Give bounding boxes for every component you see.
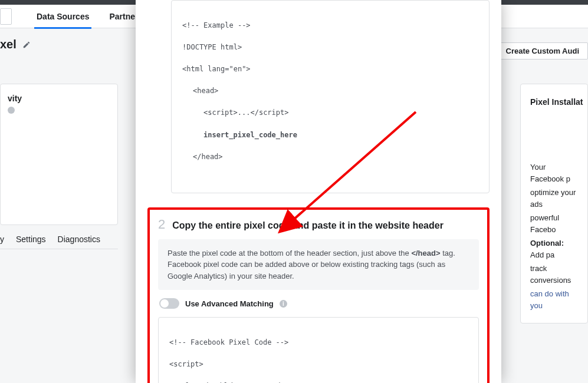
step-2-header: 2 Copy the entire pixel code and paste i… <box>158 217 479 232</box>
pixel-code-box[interactable]: <!-- Facebook Pixel Code --> <script> !f… <box>158 317 479 383</box>
code-line: <html lang="en"> <box>182 64 478 75</box>
pixel-setup-modal: <!-- Example --> !DOCTYPE html> <html la… <box>136 0 501 383</box>
install-text: powerful Facebo <box>530 212 578 235</box>
advanced-matching-label: Use Advanced Matching <box>185 299 274 308</box>
step-2-highlight: 2 Copy the entire pixel code and paste i… <box>147 207 490 384</box>
code-line: <script>...</script> <box>182 107 478 118</box>
code-line: <script> <box>169 359 468 370</box>
install-text: track conversions <box>530 263 578 286</box>
info-icon[interactable]: i <box>280 300 287 308</box>
page-title-row: xel <box>0 38 31 51</box>
advanced-matching-toggle[interactable] <box>159 298 179 309</box>
step-number: 2 <box>158 217 165 232</box>
advanced-matching-row: Use Advanced Matching i <box>158 298 479 309</box>
subtab-settings[interactable]: Settings <box>16 235 46 244</box>
tab-data-sources[interactable]: Data Sources <box>34 5 91 28</box>
example-code-box[interactable]: <!-- Example --> !DOCTYPE html> <html la… <box>171 0 490 193</box>
code-line: </head> <box>182 151 478 163</box>
install-text: Your Facebook p <box>530 161 578 184</box>
activity-card-title: vity <box>8 94 110 103</box>
page-title: xel <box>0 38 17 51</box>
ghost-button[interactable] <box>0 8 12 25</box>
install-text: optimize your ads <box>530 187 578 210</box>
create-custom-audience-button[interactable]: Create Custom Audi <box>497 42 588 60</box>
subtab-diagnostics[interactable]: Diagnostics <box>58 235 100 244</box>
code-line: !function(f,b,e,v,n,t,s) <box>169 381 468 383</box>
pixel-install-card: Pixel Installat Your Facebook p optimize… <box>520 84 588 323</box>
pencil-icon[interactable] <box>22 41 31 49</box>
step-title: Copy the entire pixel code and paste it … <box>172 220 444 231</box>
subtab-y[interactable]: y <box>0 235 4 244</box>
code-line: !DOCTYPE html> <box>182 42 478 53</box>
install-text: Optional: Add pa <box>530 237 578 260</box>
code-line: insert_pixel_code_here <box>182 130 478 141</box>
activity-card: vity <box>0 84 118 225</box>
code-line: <!-- Example --> <box>182 20 478 31</box>
code-line: <head> <box>182 85 478 97</box>
code-line: <!-- Facebook Pixel Code --> <box>169 337 468 348</box>
info-icon <box>8 107 15 114</box>
install-link[interactable]: can do with you <box>530 288 578 311</box>
subtabs: y Settings Diagnostics <box>0 235 118 249</box>
pixel-install-title: Pixel Installat <box>530 96 578 108</box>
step-explain-box: Paste the pixel code at the bottom of th… <box>158 239 479 290</box>
